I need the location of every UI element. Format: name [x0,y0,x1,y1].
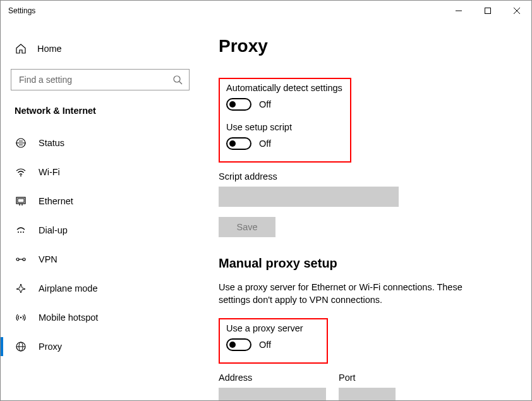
titlebar: Settings [1,1,531,21]
sidebar-item-label: Wi-Fi [39,167,60,177]
sidebar-item-status[interactable]: Status [1,128,200,157]
home-icon [15,42,27,55]
sidebar-item-label: Proxy [39,342,62,352]
svg-point-18 [16,258,19,261]
port-label: Port [339,373,396,383]
svg-rect-1 [485,8,491,14]
svg-point-19 [23,258,25,261]
setup-script-state: Off [259,139,271,149]
search-field[interactable] [18,74,172,85]
ethernet-icon [15,195,27,207]
settings-window: Settings Home [0,0,532,401]
status-icon [15,137,27,149]
save-button[interactable]: Save [219,217,275,237]
sidebar-item-label: Ethernet [39,196,73,206]
auto-detect-toggle[interactable] [226,98,251,111]
window-title: Settings [8,6,35,15]
sidebar-item-hotspot[interactable]: Mobile hotspot [1,303,200,332]
highlight-box-proxy: Use a proxy server Off [219,318,328,364]
hotspot-icon [15,311,27,324]
sidebar-item-vpn[interactable]: VPN [1,245,200,274]
script-address-label: Script address [219,171,512,182]
sidebar: Home Network & Internet Status Wi- [1,21,200,400]
svg-line-5 [179,82,182,84]
script-address-input[interactable] [219,187,399,207]
auto-detect-label: Automatically detect settings [226,83,344,93]
search-input[interactable] [11,69,190,90]
auto-detect-state: Off [259,99,271,109]
svg-point-21 [20,317,21,318]
svg-point-10 [20,175,21,176]
sidebar-item-label: VPN [39,254,57,264]
section-heading: Network & Internet [1,102,200,128]
sidebar-item-label: Dial-up [39,225,68,235]
maximize-icon [485,8,491,14]
sidebar-item-airplane[interactable]: Airplane mode [1,274,200,303]
port-input[interactable] [339,388,396,400]
sidebar-item-label: Status [39,138,64,148]
search-icon [172,75,183,85]
svg-point-4 [174,76,180,82]
use-proxy-label: Use a proxy server [226,323,320,333]
minimize-icon [456,8,462,14]
setup-script-toggle[interactable] [226,137,251,150]
proxy-icon [15,340,27,353]
close-button[interactable] [502,1,531,21]
setup-script-label: Use setup script [226,122,344,132]
wifi-icon [15,166,27,178]
page-title: Proxy [219,36,512,56]
sidebar-item-ethernet[interactable]: Ethernet [1,187,200,216]
sidebar-item-proxy[interactable]: Proxy [1,332,200,361]
manual-setup-heading: Manual proxy setup [219,256,512,271]
use-proxy-toggle[interactable] [226,338,251,351]
address-label: Address [219,373,326,383]
highlight-box-auto: Automatically detect settings Off Use se… [219,78,351,163]
sidebar-item-label: Airplane mode [39,283,98,293]
minimize-button[interactable] [444,1,473,21]
dialup-icon [15,224,27,237]
address-input[interactable] [219,388,326,400]
airplane-icon [15,282,27,295]
close-icon [514,8,520,14]
svg-rect-12 [18,199,24,202]
manual-setup-description: Use a proxy server for Ethernet or Wi-Fi… [219,281,490,307]
maximize-button[interactable] [473,1,502,21]
sidebar-item-dialup[interactable]: Dial-up [1,216,200,245]
save-button-label: Save [236,222,257,232]
use-proxy-state: Off [259,340,271,350]
window-controls [444,1,531,21]
sidebar-item-label: Mobile hotspot [39,312,98,323]
home-link[interactable]: Home [1,40,200,65]
home-label: Home [37,44,62,54]
main-content: Proxy Automatically detect settings Off … [200,21,531,400]
sidebar-item-wifi[interactable]: Wi-Fi [1,157,200,187]
vpn-icon [15,253,27,266]
